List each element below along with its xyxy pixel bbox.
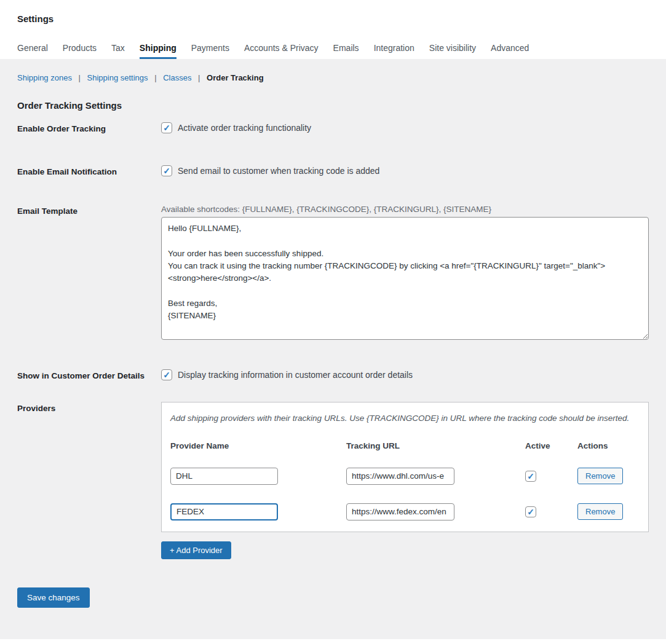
save-changes-button[interactable]: Save changes [17,587,90,608]
content-area: Shipping zones | Shipping settings | Cla… [0,59,666,639]
enable-order-tracking-option: ✓ Activate order tracking functionality [161,122,649,133]
column-header-active: Active [525,441,577,450]
bottom-strip [0,639,666,644]
providers-panel: Add shipping providers with their tracki… [161,402,649,532]
enable-email-notification-label: Enable Email Notification [17,165,161,178]
enable-email-notification-row: Enable Email Notification ✓ Send email t… [17,165,649,178]
order-tracking-form: Enable Order Tracking ✓ Activate order t… [17,122,649,559]
email-template-label: Email Template [17,205,161,217]
tab-integration[interactable]: Integration [374,43,414,59]
subnav-separator: | [79,73,81,82]
tab-site-visibility[interactable]: Site visibility [429,43,476,59]
tab-accounts-privacy[interactable]: Accounts & Privacy [244,43,319,59]
customer-order-details-option: ✓ Display tracking information in custom… [161,369,649,380]
tracking-url-input-1[interactable] [346,503,454,520]
email-template-textarea[interactable]: Hello {FULLNAME}, Your order has been su… [161,217,649,340]
shipping-subnav: Shipping zones | Shipping settings | Cla… [17,73,649,82]
provider-name-input-0[interactable] [170,468,278,485]
providers-table-header: Provider Name Tracking URL Active Action… [170,441,640,450]
enable-order-tracking-label: Enable Order Tracking [17,122,161,135]
subnav-link-classes[interactable]: Classes [163,73,191,82]
enable-email-notification-checkbox-label: Send email to customer when tracking cod… [178,166,379,176]
subnav-separator: | [198,73,200,82]
enable-order-tracking-checkbox[interactable]: ✓ [161,122,172,133]
email-template-row: Email Template Available shortcodes: {FU… [17,205,649,342]
tab-shipping[interactable]: Shipping [140,43,176,59]
tab-general[interactable]: General [17,43,48,59]
tab-products[interactable]: Products [63,43,97,59]
subnav-link-shipping-zones[interactable]: Shipping zones [17,73,72,82]
column-header-actions: Actions [577,441,640,450]
tracking-url-input-0[interactable] [346,468,454,485]
add-provider-button[interactable]: + Add Provider [161,541,231,559]
subnav-separator: | [154,73,156,82]
provider-active-checkbox-0[interactable]: ✓ [525,471,536,482]
tab-emails[interactable]: Emails [333,43,359,59]
header: Settings General Products Tax Shipping P… [0,0,666,59]
column-header-tracking-url: Tracking URL [346,441,525,450]
settings-tabs: General Products Tax Shipping Payments A… [17,43,649,59]
column-header-provider-name: Provider Name [170,441,346,450]
provider-active-checkbox-1[interactable]: ✓ [525,506,536,517]
shortcodes-hint: Available shortcodes: {FULLNAME}, {TRACK… [161,205,649,214]
provider-row-dhl: ✓ Remove [170,468,640,485]
remove-provider-button-0[interactable]: Remove [577,468,623,484]
customer-order-details-row: Show in Customer Order Details ✓ Display… [17,369,649,382]
provider-row-fedex: ✓ Remove [170,503,640,520]
tab-advanced[interactable]: Advanced [491,43,529,59]
providers-row: Providers Add shipping providers with th… [17,402,649,559]
tab-payments[interactable]: Payments [191,43,229,59]
enable-order-tracking-row: Enable Order Tracking ✓ Activate order t… [17,122,649,135]
enable-order-tracking-checkbox-label: Activate order tracking functionality [178,123,311,133]
remove-provider-button-1[interactable]: Remove [577,503,623,520]
subnav-link-shipping-settings[interactable]: Shipping settings [87,73,148,82]
section-title: Order Tracking Settings [17,100,649,111]
page-title: Settings [17,14,649,24]
customer-order-details-checkbox[interactable]: ✓ [161,369,172,380]
provider-name-input-1[interactable] [170,503,278,520]
tab-tax[interactable]: Tax [111,43,125,59]
enable-email-notification-option: ✓ Send email to customer when tracking c… [161,165,649,176]
providers-label: Providers [17,402,161,414]
enable-email-notification-checkbox[interactable]: ✓ [161,165,172,176]
customer-order-details-label: Show in Customer Order Details [17,369,161,382]
settings-page: Settings General Products Tax Shipping P… [0,0,666,644]
providers-description: Add shipping providers with their tracki… [170,414,640,423]
customer-order-details-checkbox-label: Display tracking information in customer… [178,370,413,380]
subnav-current-order-tracking: Order Tracking [207,73,263,82]
